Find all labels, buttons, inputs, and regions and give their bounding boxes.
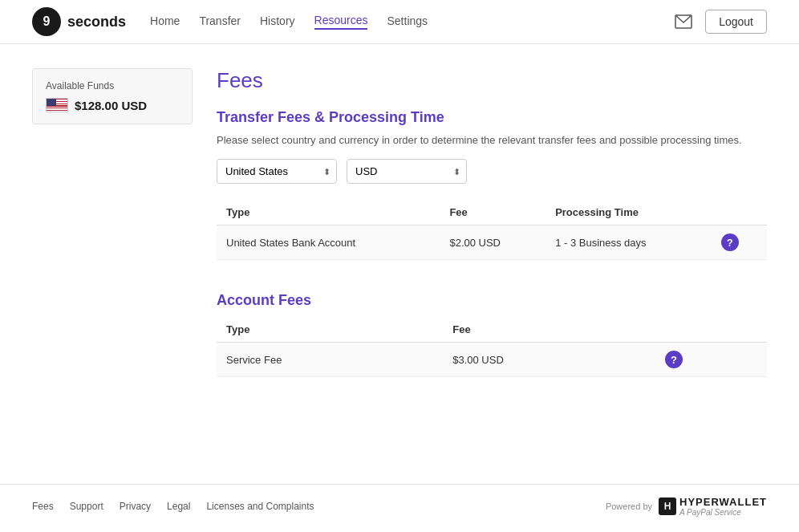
acct-row-help-cell: ? [655,343,767,377]
row-processing-time: 1 - 3 Business days [546,225,712,260]
header-right: Logout [675,10,767,34]
transfer-fees-desc: Please select country and currency in or… [217,134,767,146]
header: 9 seconds Home Transfer History Resource… [0,0,799,44]
account-fee-table: Type Fee Service Fee $3.00 USD ? [217,317,767,377]
transfer-fees-title: Transfer Fees & Processing Time [217,109,767,126]
page-content: Fees Transfer Fees & Processing Time Ple… [217,68,767,460]
acct-col-fee: Fee [443,317,655,343]
country-select[interactable]: United States Canada United Kingdom Aust… [217,159,337,184]
table-row: United States Bank Account $2.00 USD 1 -… [217,225,767,260]
hw-brand-block: HYPERWALLET A PayPal Service [679,496,767,517]
col-processing: Processing Time [546,200,712,225]
mail-icon[interactable] [675,13,692,30]
header-left: 9 seconds Home Transfer History Resource… [32,7,428,36]
nav-home[interactable]: Home [150,14,180,29]
footer-link-support[interactable]: Support [70,501,103,512]
main-content: Available Funds $128.00 USD Fees Transfe… [0,44,799,484]
currency-select[interactable]: USD CAD GBP AUD EUR [347,159,467,184]
transfer-fee-table: Type Fee Processing Time United States B… [217,200,767,260]
funds-amount: $128.00 USD [75,99,147,112]
footer: Fees Support Privacy Legal Licenses and … [0,484,799,528]
funds-row: $128.00 USD [46,98,179,112]
hw-icon: H [659,497,676,515]
nav-settings[interactable]: Settings [387,14,428,29]
nav-history[interactable]: History [260,14,295,29]
acct-col-help [655,317,767,343]
logout-button[interactable]: Logout [705,10,767,34]
hw-brand-name: HYPERWALLET [679,496,767,508]
col-type: Type [217,200,440,225]
account-fees-title: Account Fees [217,292,767,309]
logo-icon: 9 [32,7,61,36]
footer-right: Powered by H HYPERWALLET A PayPal Servic… [606,496,767,517]
main-nav: Home Transfer History Resources Settings [150,14,428,30]
footer-link-licenses[interactable]: Licenses and Complaints [206,501,314,512]
powered-by-text: Powered by [606,502,652,511]
account-fees-section: Account Fees Type Fee Service Fee $3.00 … [217,292,767,377]
logo-text: seconds [67,14,126,30]
hyperwallet-logo: H HYPERWALLET A PayPal Service [659,496,767,517]
footer-links: Fees Support Privacy Legal Licenses and … [32,501,314,512]
sidebar: Available Funds $128.00 USD [32,68,193,460]
transfer-help-button[interactable]: ? [721,234,739,251]
transfer-fees-section: Transfer Fees & Processing Time Please s… [217,109,767,260]
acct-row-type: Service Fee [217,343,443,377]
available-funds-card: Available Funds $128.00 USD [32,68,193,124]
footer-link-fees[interactable]: Fees [32,501,54,512]
acct-col-type: Type [217,317,443,343]
footer-link-privacy[interactable]: Privacy [120,501,151,512]
row-fee: $2.00 USD [440,225,546,260]
table-row: Service Fee $3.00 USD ? [217,343,767,377]
acct-row-fee: $3.00 USD [443,343,655,377]
col-fee: Fee [440,200,546,225]
col-help-header [712,200,767,225]
logo-icon-text: 9 [43,14,51,29]
currency-select-wrapper: USD CAD GBP AUD EUR [347,159,467,184]
page-title: Fees [217,68,767,93]
paypal-service-text: A PayPal Service [679,508,767,517]
nav-resources[interactable]: Resources [314,14,368,30]
nav-transfer[interactable]: Transfer [199,14,241,29]
available-funds-label: Available Funds [46,80,179,91]
country-select-wrapper: United States Canada United Kingdom Aust… [217,159,337,184]
selects-row: United States Canada United Kingdom Aust… [217,159,767,184]
logo[interactable]: 9 seconds [32,7,126,36]
footer-link-legal[interactable]: Legal [167,501,190,512]
row-type: United States Bank Account [217,225,440,260]
account-help-button[interactable]: ? [665,351,683,368]
us-flag-icon [46,98,68,112]
row-help-cell: ? [712,225,767,260]
